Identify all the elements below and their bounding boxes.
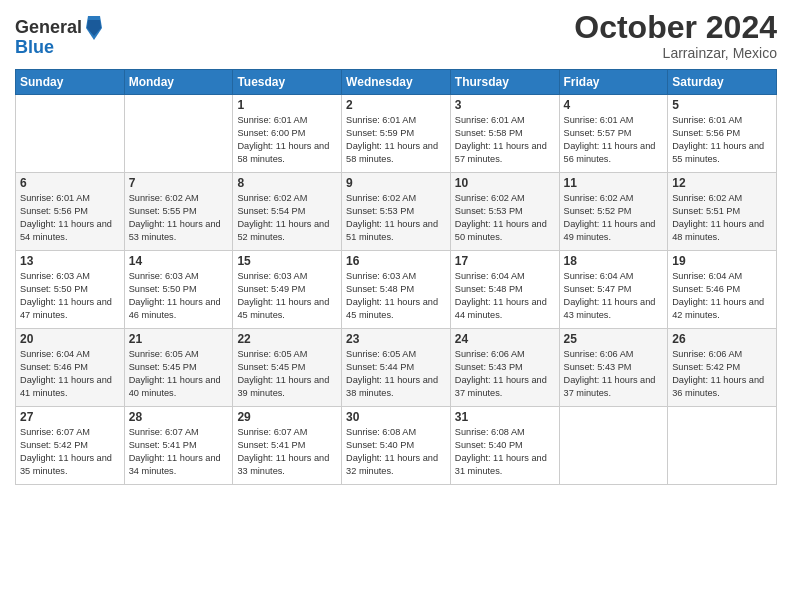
- day-info: Sunrise: 6:05 AM Sunset: 5:45 PM Dayligh…: [237, 348, 337, 400]
- calendar-page: General Blue October 2024 Larrainzar, Me…: [0, 0, 792, 612]
- day-info: Sunrise: 6:04 AM Sunset: 5:47 PM Dayligh…: [564, 270, 664, 322]
- day-cell: 28Sunrise: 6:07 AM Sunset: 5:41 PM Dayli…: [124, 407, 233, 485]
- day-cell: 26Sunrise: 6:06 AM Sunset: 5:42 PM Dayli…: [668, 329, 777, 407]
- day-cell: 6Sunrise: 6:01 AM Sunset: 5:56 PM Daylig…: [16, 173, 125, 251]
- day-info: Sunrise: 6:05 AM Sunset: 5:45 PM Dayligh…: [129, 348, 229, 400]
- logo-general-text: General: [15, 18, 82, 38]
- day-info: Sunrise: 6:06 AM Sunset: 5:42 PM Dayligh…: [672, 348, 772, 400]
- day-number: 11: [564, 176, 664, 190]
- day-number: 18: [564, 254, 664, 268]
- logo-icon: [84, 14, 104, 42]
- day-cell: 4Sunrise: 6:01 AM Sunset: 5:57 PM Daylig…: [559, 95, 668, 173]
- day-info: Sunrise: 6:08 AM Sunset: 5:40 PM Dayligh…: [346, 426, 446, 478]
- week-row-3: 13Sunrise: 6:03 AM Sunset: 5:50 PM Dayli…: [16, 251, 777, 329]
- location: Larrainzar, Mexico: [574, 45, 777, 61]
- day-number: 25: [564, 332, 664, 346]
- day-number: 14: [129, 254, 229, 268]
- day-header-tuesday: Tuesday: [233, 70, 342, 95]
- day-number: 3: [455, 98, 555, 112]
- day-number: 19: [672, 254, 772, 268]
- day-cell: 23Sunrise: 6:05 AM Sunset: 5:44 PM Dayli…: [342, 329, 451, 407]
- day-info: Sunrise: 6:03 AM Sunset: 5:50 PM Dayligh…: [20, 270, 120, 322]
- day-number: 31: [455, 410, 555, 424]
- day-info: Sunrise: 6:01 AM Sunset: 5:58 PM Dayligh…: [455, 114, 555, 166]
- title-block: October 2024 Larrainzar, Mexico: [574, 10, 777, 61]
- day-info: Sunrise: 6:03 AM Sunset: 5:50 PM Dayligh…: [129, 270, 229, 322]
- day-number: 12: [672, 176, 772, 190]
- header-row: SundayMondayTuesdayWednesdayThursdayFrid…: [16, 70, 777, 95]
- day-cell: 11Sunrise: 6:02 AM Sunset: 5:52 PM Dayli…: [559, 173, 668, 251]
- day-info: Sunrise: 6:06 AM Sunset: 5:43 PM Dayligh…: [564, 348, 664, 400]
- day-number: 30: [346, 410, 446, 424]
- day-number: 21: [129, 332, 229, 346]
- day-number: 17: [455, 254, 555, 268]
- day-number: 29: [237, 410, 337, 424]
- day-info: Sunrise: 6:02 AM Sunset: 5:53 PM Dayligh…: [455, 192, 555, 244]
- day-number: 27: [20, 410, 120, 424]
- day-cell: 12Sunrise: 6:02 AM Sunset: 5:51 PM Dayli…: [668, 173, 777, 251]
- day-cell: 30Sunrise: 6:08 AM Sunset: 5:40 PM Dayli…: [342, 407, 451, 485]
- day-info: Sunrise: 6:03 AM Sunset: 5:49 PM Dayligh…: [237, 270, 337, 322]
- day-info: Sunrise: 6:06 AM Sunset: 5:43 PM Dayligh…: [455, 348, 555, 400]
- day-cell: 24Sunrise: 6:06 AM Sunset: 5:43 PM Dayli…: [450, 329, 559, 407]
- day-number: 15: [237, 254, 337, 268]
- day-info: Sunrise: 6:01 AM Sunset: 5:59 PM Dayligh…: [346, 114, 446, 166]
- day-number: 13: [20, 254, 120, 268]
- day-cell: 5Sunrise: 6:01 AM Sunset: 5:56 PM Daylig…: [668, 95, 777, 173]
- day-info: Sunrise: 6:02 AM Sunset: 5:54 PM Dayligh…: [237, 192, 337, 244]
- header: General Blue October 2024 Larrainzar, Me…: [15, 10, 777, 61]
- day-cell: 3Sunrise: 6:01 AM Sunset: 5:58 PM Daylig…: [450, 95, 559, 173]
- day-number: 1: [237, 98, 337, 112]
- day-cell: [559, 407, 668, 485]
- week-row-4: 20Sunrise: 6:04 AM Sunset: 5:46 PM Dayli…: [16, 329, 777, 407]
- week-row-1: 1Sunrise: 6:01 AM Sunset: 6:00 PM Daylig…: [16, 95, 777, 173]
- day-cell: 17Sunrise: 6:04 AM Sunset: 5:48 PM Dayli…: [450, 251, 559, 329]
- day-cell: [16, 95, 125, 173]
- day-cell: 25Sunrise: 6:06 AM Sunset: 5:43 PM Dayli…: [559, 329, 668, 407]
- day-number: 6: [20, 176, 120, 190]
- day-info: Sunrise: 6:02 AM Sunset: 5:55 PM Dayligh…: [129, 192, 229, 244]
- day-cell: [668, 407, 777, 485]
- day-header-saturday: Saturday: [668, 70, 777, 95]
- day-info: Sunrise: 6:05 AM Sunset: 5:44 PM Dayligh…: [346, 348, 446, 400]
- day-info: Sunrise: 6:01 AM Sunset: 5:56 PM Dayligh…: [20, 192, 120, 244]
- day-header-monday: Monday: [124, 70, 233, 95]
- day-number: 16: [346, 254, 446, 268]
- day-header-wednesday: Wednesday: [342, 70, 451, 95]
- week-row-5: 27Sunrise: 6:07 AM Sunset: 5:42 PM Dayli…: [16, 407, 777, 485]
- day-number: 28: [129, 410, 229, 424]
- day-cell: 9Sunrise: 6:02 AM Sunset: 5:53 PM Daylig…: [342, 173, 451, 251]
- day-cell: 14Sunrise: 6:03 AM Sunset: 5:50 PM Dayli…: [124, 251, 233, 329]
- day-number: 5: [672, 98, 772, 112]
- day-cell: 27Sunrise: 6:07 AM Sunset: 5:42 PM Dayli…: [16, 407, 125, 485]
- day-info: Sunrise: 6:08 AM Sunset: 5:40 PM Dayligh…: [455, 426, 555, 478]
- day-number: 2: [346, 98, 446, 112]
- day-cell: 18Sunrise: 6:04 AM Sunset: 5:47 PM Dayli…: [559, 251, 668, 329]
- day-header-thursday: Thursday: [450, 70, 559, 95]
- day-info: Sunrise: 6:01 AM Sunset: 5:56 PM Dayligh…: [672, 114, 772, 166]
- day-info: Sunrise: 6:04 AM Sunset: 5:46 PM Dayligh…: [672, 270, 772, 322]
- month-title: October 2024: [574, 10, 777, 45]
- day-cell: 16Sunrise: 6:03 AM Sunset: 5:48 PM Dayli…: [342, 251, 451, 329]
- day-cell: 10Sunrise: 6:02 AM Sunset: 5:53 PM Dayli…: [450, 173, 559, 251]
- day-info: Sunrise: 6:03 AM Sunset: 5:48 PM Dayligh…: [346, 270, 446, 322]
- svg-marker-1: [87, 20, 101, 36]
- day-info: Sunrise: 6:01 AM Sunset: 5:57 PM Dayligh…: [564, 114, 664, 166]
- day-number: 24: [455, 332, 555, 346]
- logo: General Blue: [15, 14, 104, 58]
- day-cell: 19Sunrise: 6:04 AM Sunset: 5:46 PM Dayli…: [668, 251, 777, 329]
- day-cell: [124, 95, 233, 173]
- week-row-2: 6Sunrise: 6:01 AM Sunset: 5:56 PM Daylig…: [16, 173, 777, 251]
- day-info: Sunrise: 6:04 AM Sunset: 5:46 PM Dayligh…: [20, 348, 120, 400]
- day-cell: 20Sunrise: 6:04 AM Sunset: 5:46 PM Dayli…: [16, 329, 125, 407]
- day-info: Sunrise: 6:02 AM Sunset: 5:51 PM Dayligh…: [672, 192, 772, 244]
- day-cell: 31Sunrise: 6:08 AM Sunset: 5:40 PM Dayli…: [450, 407, 559, 485]
- day-cell: 13Sunrise: 6:03 AM Sunset: 5:50 PM Dayli…: [16, 251, 125, 329]
- day-number: 7: [129, 176, 229, 190]
- day-cell: 7Sunrise: 6:02 AM Sunset: 5:55 PM Daylig…: [124, 173, 233, 251]
- day-info: Sunrise: 6:02 AM Sunset: 5:52 PM Dayligh…: [564, 192, 664, 244]
- day-info: Sunrise: 6:04 AM Sunset: 5:48 PM Dayligh…: [455, 270, 555, 322]
- day-number: 10: [455, 176, 555, 190]
- day-cell: 29Sunrise: 6:07 AM Sunset: 5:41 PM Dayli…: [233, 407, 342, 485]
- day-cell: 22Sunrise: 6:05 AM Sunset: 5:45 PM Dayli…: [233, 329, 342, 407]
